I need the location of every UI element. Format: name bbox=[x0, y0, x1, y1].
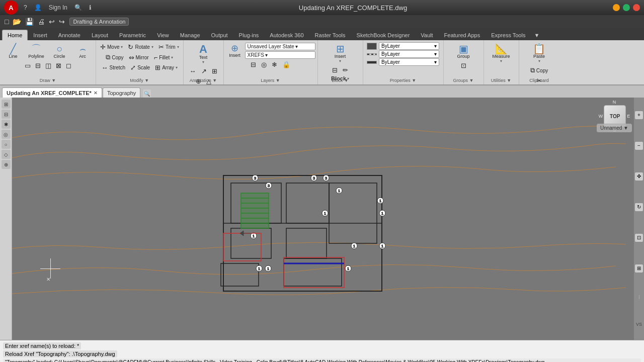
minimize-button[interactable] bbox=[613, 4, 620, 11]
navcube-btn[interactable]: ⊞ bbox=[635, 264, 643, 273]
tab-manage[interactable]: Manage bbox=[175, 30, 206, 40]
linetype-dropdown[interactable]: ByLayer ▾ bbox=[379, 50, 439, 58]
rectangle-tool[interactable]: ▭ bbox=[23, 61, 33, 70]
trim-tool[interactable]: ✂ Trim ▾ bbox=[156, 42, 181, 52]
info-icon[interactable]: ℹ bbox=[88, 4, 93, 11]
tab-sketchbook[interactable]: SketchBook Designer bbox=[351, 30, 416, 40]
trim-dropdown[interactable]: ▾ bbox=[177, 45, 179, 49]
unnamed-btn[interactable]: Unnamed ▼ bbox=[597, 124, 632, 132]
workspace-selector[interactable]: Drafting & Annotation bbox=[69, 18, 129, 26]
layer-isolate-tool[interactable]: ◎ bbox=[259, 60, 269, 69]
nav-more-btn[interactable]: VS bbox=[636, 322, 642, 327]
redo-btn[interactable]: ↪ bbox=[57, 17, 66, 27]
polyline-tool[interactable]: ⌒ Polyline bbox=[25, 42, 47, 60]
tab-featured-apps[interactable]: Featured Apps bbox=[439, 30, 486, 40]
tab-view[interactable]: View bbox=[151, 30, 175, 40]
lt-btn-2[interactable]: ⊟ bbox=[2, 110, 11, 119]
doc-tab-xref[interactable]: Updating An XREF_COMPLETE* ✕ bbox=[2, 87, 102, 98]
xrefs-dropdown[interactable]: XREFS ▾ bbox=[245, 51, 315, 59]
group-tool[interactable]: ▣ Group bbox=[452, 42, 474, 60]
move-tool[interactable]: ✛ Move ▾ bbox=[98, 42, 125, 52]
lt-btn-1[interactable]: ⊞ bbox=[2, 100, 11, 109]
doc-tab-topo[interactable]: Topography bbox=[103, 87, 141, 98]
tab-output[interactable]: Output bbox=[206, 30, 233, 40]
mirror-tool[interactable]: ⇔ Mirror bbox=[127, 53, 151, 62]
layer-state-dropdown[interactable]: Unsaved Layer State ▾ bbox=[245, 43, 315, 50]
block-insert-tool[interactable]: ⊞ Insert ▾ bbox=[329, 42, 351, 65]
layer-props-tool[interactable]: ⊟ bbox=[249, 60, 258, 69]
ungroup-tool[interactable]: ⊡ bbox=[459, 61, 468, 70]
table-tool[interactable]: ⊞ bbox=[210, 66, 219, 76]
lt-btn-3[interactable]: ✱ bbox=[2, 120, 11, 129]
tab-autodesk360[interactable]: Autodesk 360 bbox=[264, 30, 309, 40]
paste-dropdown[interactable]: ▾ bbox=[538, 59, 540, 63]
text-dropdown[interactable]: ▾ bbox=[202, 60, 204, 64]
doc-tab-xref-close[interactable]: ✕ bbox=[94, 90, 98, 96]
sign-in-btn[interactable]: Sign In bbox=[47, 4, 69, 11]
tab-plugins[interactable]: Plug-ins bbox=[233, 30, 265, 40]
tab-home[interactable]: Home bbox=[2, 30, 28, 40]
rotate-tool[interactable]: ↻ Rotate ▾ bbox=[126, 42, 155, 52]
lineweight-dropdown[interactable]: ByLayer ▾ bbox=[379, 58, 439, 66]
lt-btn-5[interactable]: ○ bbox=[2, 140, 11, 149]
move-dropdown[interactable]: ▾ bbox=[121, 45, 123, 49]
lt-btn-4[interactable]: ◎ bbox=[2, 130, 11, 139]
drawing-canvas[interactable]: 3 3 3 1 1 1 1 1 1 1 1 1 3 1 bbox=[12, 98, 634, 340]
stretch-tool[interactable]: ↔ Stretch bbox=[99, 63, 127, 72]
rotate-dropdown[interactable]: ▾ bbox=[151, 45, 153, 49]
undo-btn[interactable]: ↩ bbox=[47, 17, 56, 27]
open-file-btn[interactable]: 📂 bbox=[11, 17, 23, 27]
user-icon[interactable]: 👤 bbox=[33, 4, 43, 11]
tab-raster[interactable]: Raster Tools bbox=[309, 30, 351, 40]
tab-layout[interactable]: Layout bbox=[86, 30, 114, 40]
freeze-tool[interactable]: ❄ bbox=[270, 60, 279, 69]
help-icon[interactable]: ? bbox=[22, 4, 29, 11]
leader-tool[interactable]: ↗ bbox=[199, 66, 209, 76]
line-tool[interactable]: ╱ Line bbox=[2, 42, 24, 60]
autocad-logo[interactable]: A bbox=[4, 1, 18, 15]
block-create-tool[interactable]: ⊟ bbox=[330, 65, 340, 75]
region-tool[interactable]: ◻ bbox=[64, 61, 73, 70]
tab-vault[interactable]: Vault bbox=[415, 30, 438, 40]
ribbon-tab-more[interactable]: ▼ bbox=[531, 30, 542, 40]
arc-tool[interactable]: ⌢ Arc bbox=[71, 42, 94, 60]
pan-btn[interactable]: ✜ bbox=[635, 172, 643, 180]
block-editor-tool[interactable]: ✏ bbox=[341, 65, 350, 75]
save-btn[interactable]: 💾 bbox=[24, 17, 35, 27]
doc-tab-search[interactable]: 🔍 bbox=[143, 89, 151, 98]
measure-tool[interactable]: 📐 Measure ▾ bbox=[490, 42, 512, 65]
clipboard-copy-tool[interactable]: ⧉ Copy bbox=[528, 65, 550, 75]
paste-tool[interactable]: 📋 Paste ▾ bbox=[528, 42, 550, 65]
fillet-tool[interactable]: ⌐ Fillet ▾ bbox=[152, 53, 176, 62]
block-insert-dropdown[interactable]: ▾ bbox=[339, 59, 341, 63]
array-dropdown[interactable]: ▾ bbox=[176, 65, 178, 70]
lock-tool[interactable]: 🔒 bbox=[280, 60, 292, 69]
copy-tool[interactable]: ⧉ Copy bbox=[104, 52, 125, 62]
orbit-btn[interactable]: ↻ bbox=[635, 203, 643, 211]
array-tool[interactable]: ⊞ Array ▾ bbox=[153, 63, 180, 72]
circle-tool[interactable]: ○ Circle bbox=[48, 42, 70, 60]
fillet-dropdown[interactable]: ▾ bbox=[171, 55, 173, 60]
scale-tool[interactable]: ⤢ Scale bbox=[128, 63, 152, 72]
tab-insert[interactable]: Insert bbox=[28, 30, 53, 40]
dimension-tool[interactable]: ↔ bbox=[188, 66, 198, 76]
boundary-tool[interactable]: ⊠ bbox=[54, 61, 63, 70]
lt-btn-6[interactable]: ◇ bbox=[2, 150, 11, 159]
tab-parametric[interactable]: Parametric bbox=[114, 30, 151, 40]
tab-annotate[interactable]: Annotate bbox=[53, 30, 86, 40]
insert-tool[interactable]: ⊕ Insert bbox=[226, 42, 244, 59]
maximize-button[interactable] bbox=[623, 4, 630, 11]
measure-dropdown[interactable]: ▾ bbox=[500, 59, 502, 63]
zoom-out-btn[interactable]: − bbox=[635, 142, 643, 150]
extent-btn[interactable]: ⊡ bbox=[635, 234, 643, 242]
gradient-tool[interactable]: ◫ bbox=[43, 61, 53, 70]
close-button[interactable] bbox=[633, 4, 640, 11]
lt-btn-7[interactable]: ⊕ bbox=[2, 160, 11, 169]
new-file-btn[interactable]: □ bbox=[3, 17, 10, 27]
plot-btn[interactable]: 🖨 bbox=[36, 17, 46, 27]
zoom-in-btn[interactable]: + bbox=[635, 111, 643, 119]
search-icon[interactable]: 🔍 bbox=[73, 4, 84, 11]
tab-express[interactable]: Express Tools bbox=[486, 30, 531, 40]
color-dropdown[interactable]: ByLayer ▾ bbox=[379, 42, 439, 50]
hatch-tool[interactable]: ⊟ bbox=[33, 61, 43, 70]
